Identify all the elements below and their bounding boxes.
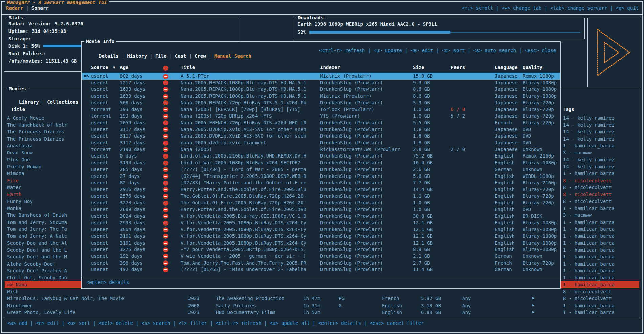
peers-column-header[interactable]: Peers — [451, 65, 465, 70]
release-source-cell: usenet — [91, 266, 108, 273]
quality-column-header[interactable]: Quality — [523, 65, 542, 70]
release-row[interactable]: usenet0 daysLord.of.War.2005.2160p.BluRa… — [82, 153, 560, 160]
release-row[interactable]: usenet3101 daysV.for.Vendetta.2005.1080p… — [82, 240, 560, 247]
release-title-cell: Nana.2005.REPACK.1080p.Blu-ray.DTS-HD.MA… — [181, 86, 306, 93]
movie-rating-cell: PG — [339, 295, 345, 302]
release-row[interactable]: usenet3117 daysNana.2005.DVDRip.XviD.AC3… — [82, 133, 560, 140]
no-entry-icon — [163, 80, 168, 85]
release-row[interactable]: usenet2576 daysThe.Goblet.Of.Fire.2005.B… — [82, 193, 560, 200]
no-entry-icon — [163, 74, 168, 79]
size-column-header[interactable]: Size — [413, 65, 424, 70]
enter-details-keybind: <enter> details — [86, 279, 129, 285]
movie-size-cell: 5.92 GB — [421, 295, 441, 302]
no-entry-icon — [163, 120, 168, 125]
release-row[interactable]: usenet82 days[02/83] "Harry.Potter.and.t… — [82, 180, 560, 186]
movie-title-cell: Minutemen — [7, 302, 33, 309]
release-language-cell: English — [495, 193, 515, 200]
tab-file[interactable]: File — [155, 53, 167, 59]
release-row[interactable]: usenet398 daysTom.And.Jerry.The.Fast.And… — [82, 260, 560, 267]
release-row[interactable]: usenet2993 daysV.for.Vendetta.2005.1080p… — [82, 220, 560, 226]
tab-radarr[interactable]: Radarr — [6, 5, 23, 11]
release-row[interactable]: usenet27 days[02/44] "Transporter 2.2005… — [82, 173, 560, 180]
release-row[interactable]: usenet3273 daysThe.Goblet.Of.Fire.2005.B… — [82, 200, 560, 206]
release-row[interactable]: usenet285 days(????) [01/34] - "Lord of … — [82, 166, 560, 173]
release-row[interactable]: usenet1217 daysNana.2005.REPACK.1080p.Bl… — [82, 80, 560, 86]
release-row[interactable]: usenet1639 daysNana.2005.REPACK.1080p.Bl… — [82, 86, 560, 93]
release-age-cell: 285 days — [120, 166, 142, 173]
tab-manual-search[interactable]: Manual Search — [214, 53, 251, 59]
release-language-cell: German — [495, 253, 512, 260]
release-source-cell: usenet — [91, 80, 108, 86]
release-indexer-cell: DrunkenSlug (Prowlarr) — [320, 180, 383, 186]
release-indexer-cell: DrunkenSlug (Prowlarr) — [320, 233, 383, 240]
release-row[interactable]: usenet3064 daysV.for.Vendetta.2005.1080p… — [82, 226, 560, 233]
release-indexer-cell: kickasstorrents.ws (Prowlarr — [320, 146, 400, 153]
release-row[interactable]: usenet3101 daysV.for.Vendetta.2005.1080p… — [82, 233, 560, 240]
release-row[interactable]: usenet3117 daysnana.2005.dvdrip.xvid.fra… — [82, 140, 560, 146]
release-quality-cell: Bluray-720p — [523, 100, 554, 106]
release-language-cell: Japanese — [495, 73, 517, 80]
release-row[interactable]: usenet492 days(????) [01/65] - "Miss Und… — [82, 266, 560, 273]
release-row[interactable]: usenet3275 days-"V pour vendetta.2005.BR… — [82, 246, 560, 253]
release-indexer-cell: DrunkenSlug (Prowlarr) — [320, 160, 383, 166]
age-column-header[interactable]: Age — [120, 65, 128, 70]
tab-collections[interactable]: Collections — [47, 99, 79, 105]
language-column-header[interactable]: Language — [495, 65, 517, 70]
movie-language-cell: French — [382, 295, 399, 302]
release-row[interactable]: usenet2916 daysHarry.Potter.and.the.Gobl… — [82, 186, 560, 193]
release-title-cell: nana.2005.dvdrip.xvid.fragment — [181, 140, 266, 146]
release-language-cell: English — [495, 180, 515, 186]
release-source-cell: usenet — [91, 153, 108, 160]
release-size-cell: 1.0 GB — [413, 200, 430, 206]
release-indexer-cell: DrunkenSlug (Prowlarr) — [320, 220, 383, 226]
release-title-cell: Nana (2005) 720p BRRip x264 -YTS — [181, 113, 272, 120]
title-column-header[interactable]: Title — [181, 65, 195, 70]
release-language-cell: English — [495, 186, 515, 193]
movie-year-cell: 2023 — [188, 309, 200, 316]
source-column-header[interactable]: Source — [91, 65, 108, 70]
tab-sonarr[interactable]: Sonarr — [31, 5, 49, 11]
movie-row[interactable]: Wish8 - nicolecolvett — [5, 288, 639, 295]
release-age-cell: 82 days — [120, 180, 140, 186]
movie-info-modal: Movie Info Details|History|File|Cast|Cre… — [81, 41, 561, 289]
no-entry-icon — [163, 94, 168, 99]
tab-cast[interactable]: Cast — [175, 53, 186, 59]
movie-row[interactable]: Minutemen2008Salty Pictures1h 31mGEnglis… — [5, 302, 639, 309]
movie-title-cell: Scooby-Doo and the Al — [7, 239, 67, 247]
radarr-version-label: Radarr Version: — [8, 21, 51, 26]
release-indexer-cell: DrunkenSlug (Prowlarr) — [320, 253, 383, 260]
tab-library[interactable]: Library — [19, 99, 39, 105]
release-row[interactable]: usenet3194 daysLord.of.War.2005.1080p.Bl… — [82, 160, 560, 166]
release-row[interactable]: torrent193 daysNana (2005) 720p BRRip x2… — [82, 113, 560, 120]
release-row[interactable]: usenet1639 daysNana.2005.REPACK.1080p.Bl… — [82, 93, 560, 100]
indexer-column-header[interactable]: Indexer — [320, 65, 340, 70]
release-size-cell: 10.4 GB — [413, 160, 433, 166]
movie-info-footer: <enter> details — [82, 277, 560, 288]
release-row[interactable]: usenet3117 daysNana.2005.DVDRip.XviD.AC3… — [82, 126, 560, 133]
release-row[interactable]: usenet2689 daysHarry.Potter.and.the.Gobl… — [82, 206, 560, 213]
release-row[interactable]: =>usenet802 daysA 5.1-PTerMiatrix (Prowl… — [82, 73, 560, 80]
release-indexer-cell: DrunkenSlug (Prowlarr) — [320, 126, 383, 133]
top-keybinds: <↑↓> scroll | <↔> change tab | <tab> cha… — [462, 5, 639, 11]
release-age-cell: 193 days — [120, 106, 142, 113]
release-row[interactable]: torrent2190 daysNana (2005)kickasstorren… — [82, 146, 560, 153]
release-age-cell: 3117 days — [120, 126, 146, 133]
movie-row[interactable]: Great Photo, Lovely Life2023HBO Document… — [5, 309, 639, 316]
movie-row[interactable]: Miraculous: Ladybug & Cat Noir, The Movi… — [5, 295, 639, 302]
movie-tags-cell: 8 - nicolecolvett — [563, 295, 612, 302]
release-row[interactable]: torrent193 daysNana (2005) [REPACK] [720… — [82, 106, 560, 113]
release-row[interactable]: usenet192 daysV wie Vendetta - 2005 - ge… — [82, 253, 560, 260]
release-source-cell: usenet — [91, 73, 108, 80]
tab-details[interactable]: Details — [99, 53, 119, 59]
release-source-cell: usenet — [91, 253, 108, 260]
tab-history[interactable]: History — [127, 53, 147, 59]
tab-crew[interactable]: Crew — [195, 53, 206, 59]
release-row[interactable]: usenet508 daysNana.2005.REPACK.720p.BluR… — [82, 100, 560, 106]
release-row[interactable]: usenet1059 daysNana.2005.FRENCH.720p.Blu… — [82, 120, 560, 126]
release-row[interactable]: usenet3024 daysV.for.Vendetta.2005.Blu-r… — [82, 213, 560, 220]
release-size-cell: 15.9 GB — [413, 73, 433, 80]
movie-tags-cell: 1 - hamilcar_barca — [563, 253, 615, 260]
release-language-cell: Japanese — [495, 140, 517, 146]
release-age-cell: 2190 days — [120, 146, 146, 153]
release-quality-cell: Bluray-1080p — [523, 86, 557, 93]
